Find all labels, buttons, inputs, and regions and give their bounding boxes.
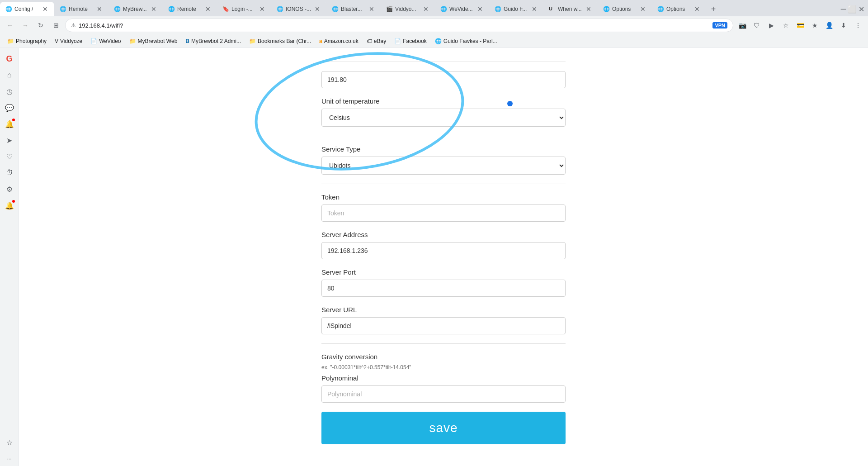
new-tab-button[interactable]: + bbox=[706, 2, 721, 16]
server-address-label: Server Address bbox=[321, 231, 566, 238]
tab-config[interactable]: 🌐 Config / ✕ bbox=[0, 2, 54, 16]
tab-when[interactable]: U When w... ✕ bbox=[543, 2, 598, 16]
bookmark-label: WeVideo bbox=[99, 38, 121, 44]
bookmark-label: MyBrewbot Web bbox=[138, 38, 178, 44]
chrome-sidebar: G ⌂ ◷ 💬 🔔 ➤ ♡ ⏱ ⚙ 🔔 ☆ ··· bbox=[0, 48, 19, 466]
screenshot-icon[interactable]: 📷 bbox=[736, 19, 749, 32]
tab-title-config: Config / bbox=[14, 6, 39, 12]
clock-icon[interactable]: ⏱ bbox=[2, 166, 17, 180]
heart-icon[interactable]: ♡ bbox=[2, 149, 17, 164]
bookmark-label: Photography bbox=[16, 38, 47, 44]
bookmark-label: MyBrewbot 2 Admi... bbox=[191, 38, 241, 44]
folder-icon: 📁 bbox=[7, 38, 14, 44]
bookmark-label: Amazon.co.uk bbox=[324, 38, 359, 44]
temp-unit-field: Unit of temperature Celsius Fahrenheit bbox=[321, 97, 566, 136]
profile-icon[interactable]: 👤 bbox=[823, 19, 835, 32]
service-type-select[interactable]: Ubidots Generic HTTP InfluxDB MQTT bbox=[321, 157, 566, 175]
bookmark-photography[interactable]: 📁 Photography bbox=[4, 36, 50, 47]
settings-icon[interactable]: ⚙ bbox=[2, 182, 17, 196]
gravity-field: Gravity conversion ex. "-0.00031*tilt^2+… bbox=[321, 353, 566, 403]
server-port-field: Server Port bbox=[321, 268, 566, 297]
bookmark-amazon[interactable]: a Amazon.co.uk bbox=[316, 36, 362, 47]
refresh-button[interactable]: ↻ bbox=[34, 19, 47, 32]
play-icon[interactable]: ▶ bbox=[765, 19, 778, 32]
bell-alert-icon[interactable]: 🔔 bbox=[2, 198, 17, 213]
tab-options1[interactable]: 🌐 Options ✕ bbox=[598, 2, 652, 16]
more-icon[interactable]: ··· bbox=[2, 452, 17, 466]
viddyoze-icon: V bbox=[55, 38, 58, 44]
folder-icon: 📁 bbox=[129, 38, 136, 44]
folder-icon: 📁 bbox=[249, 38, 256, 44]
token-input[interactable] bbox=[321, 204, 566, 222]
token-label: Token bbox=[321, 193, 566, 201]
window-controls: ─ ⬜ ✕ bbox=[837, 2, 868, 16]
tab-close-config[interactable]: ✕ bbox=[42, 5, 49, 13]
close-button[interactable]: ✕ bbox=[859, 5, 864, 14]
back-button[interactable]: ← bbox=[4, 19, 16, 32]
bookmark-facebook[interactable]: 📄 Facebook bbox=[391, 36, 430, 47]
tab-guido[interactable]: 🌐 Guido F... ✕ bbox=[489, 2, 543, 16]
history-icon[interactable]: ◷ bbox=[2, 84, 17, 99]
alert-badge bbox=[11, 199, 16, 204]
polynominal-label: Polynominal bbox=[321, 374, 566, 382]
notifications-icon[interactable]: 🔔 bbox=[2, 117, 17, 131]
shield-icon[interactable]: 🛡 bbox=[750, 19, 763, 32]
bookmark-star-icon[interactable]: ☆ bbox=[779, 19, 792, 32]
messenger-icon[interactable]: 💬 bbox=[2, 100, 17, 115]
server-address-input[interactable] bbox=[321, 242, 566, 259]
tab-favicon-config: 🌐 bbox=[5, 6, 12, 12]
tab-remote2[interactable]: 🌐 Remote ✕ bbox=[163, 2, 217, 16]
bookmark-label: eBay bbox=[374, 38, 386, 44]
server-url-input[interactable] bbox=[321, 317, 566, 334]
server-port-label: Server Port bbox=[321, 268, 566, 276]
save-button[interactable]: save bbox=[321, 412, 566, 444]
address-input-wrap[interactable]: ⚠ 192.168.4.1/wifi? VPN bbox=[65, 19, 733, 32]
bookmark-ebay[interactable]: 🏷 eBay bbox=[363, 36, 390, 47]
tab-ionos[interactable]: 🌐 IONOS -... ✕ bbox=[271, 2, 326, 16]
tab-viddyo[interactable]: 🎬 Viddyo... ✕ bbox=[381, 2, 435, 16]
menu-icon[interactable]: ⋮ bbox=[852, 19, 864, 32]
maximize-button[interactable]: ⬜ bbox=[848, 5, 857, 14]
page-content: Unit of temperature Celsius Fahrenheit S… bbox=[19, 48, 868, 466]
server-url-label: Server URL bbox=[321, 306, 566, 314]
send-icon[interactable]: ➤ bbox=[2, 133, 17, 147]
tab-bar: 🌐 Config / ✕ 🌐 Remote ✕ 🌐 MyBrew... ✕ 🌐 … bbox=[0, 0, 868, 16]
bookmark-label: Guido Fawkes - Parl... bbox=[443, 38, 497, 44]
tab-remote1[interactable]: 🌐 Remote ✕ bbox=[54, 2, 108, 16]
browser-chrome: 🌐 Config / ✕ 🌐 Remote ✕ 🌐 MyBrew... ✕ 🌐 … bbox=[0, 0, 868, 48]
minimize-button[interactable]: ─ bbox=[841, 5, 846, 13]
save-button-container: save bbox=[321, 412, 566, 444]
server-port-input[interactable] bbox=[321, 280, 566, 297]
mybrewbot-icon: B bbox=[185, 38, 189, 44]
service-type-field: Service Type Ubidots Generic HTTP Influx… bbox=[321, 145, 566, 184]
tab-blaster[interactable]: 🌐 Blaster... ✕ bbox=[326, 2, 381, 16]
tab-login[interactable]: 🔖 Login -... ✕ bbox=[217, 2, 271, 16]
bookmark-wevideo[interactable]: 📄 WeVideo bbox=[87, 36, 124, 47]
wallet-icon[interactable]: 💳 bbox=[794, 19, 807, 32]
tab-options2[interactable]: 🌐 Options ✕ bbox=[652, 2, 706, 16]
bookmark-mybrewbot-web[interactable]: 📁 MyBrewbot Web bbox=[126, 36, 181, 47]
address-bar: ← → ↻ ⊞ ⚠ 192.168.4.1/wifi? VPN 📷 🛡 ▶ ☆ … bbox=[0, 16, 868, 34]
notification-badge bbox=[11, 118, 16, 122]
tab-mybrew[interactable]: 🌐 MyBrew... ✕ bbox=[108, 2, 163, 16]
guido-icon: 🌐 bbox=[435, 38, 442, 44]
tab-wevide[interactable]: 🌐 WeVide... ✕ bbox=[435, 2, 489, 16]
forward-button[interactable]: → bbox=[19, 19, 32, 32]
home-icon[interactable]: ⌂ bbox=[2, 68, 17, 82]
temp-unit-select[interactable]: Celsius Fahrenheit bbox=[321, 109, 566, 127]
altitude-input[interactable] bbox=[321, 71, 566, 88]
amazon-icon: a bbox=[319, 38, 322, 44]
address-right-controls: 📷 🛡 ▶ ☆ 💳 ★ 👤 ⬇ ⋮ bbox=[736, 19, 864, 32]
ebay-icon: 🏷 bbox=[367, 38, 372, 44]
address-text: 192.168.4.1/wifi? bbox=[79, 22, 710, 29]
download-icon[interactable]: ⬇ bbox=[837, 19, 850, 32]
google-icon[interactable]: G bbox=[2, 52, 17, 66]
bookmark-mybrewbot-admin[interactable]: B MyBrewbot 2 Admi... bbox=[182, 36, 245, 47]
polynominal-input[interactable] bbox=[321, 385, 566, 403]
favorites-icon[interactable]: ★ bbox=[808, 19, 821, 32]
home-button[interactable]: ⊞ bbox=[50, 19, 62, 32]
star-empty-icon[interactable]: ☆ bbox=[2, 435, 17, 450]
bookmark-guido[interactable]: 🌐 Guido Fawkes - Parl... bbox=[431, 36, 501, 47]
bookmark-viddyoze[interactable]: V Viddyoze bbox=[51, 36, 86, 47]
bookmark-bookmarks-bar[interactable]: 📁 Bookmarks Bar (Chr... bbox=[245, 36, 315, 47]
